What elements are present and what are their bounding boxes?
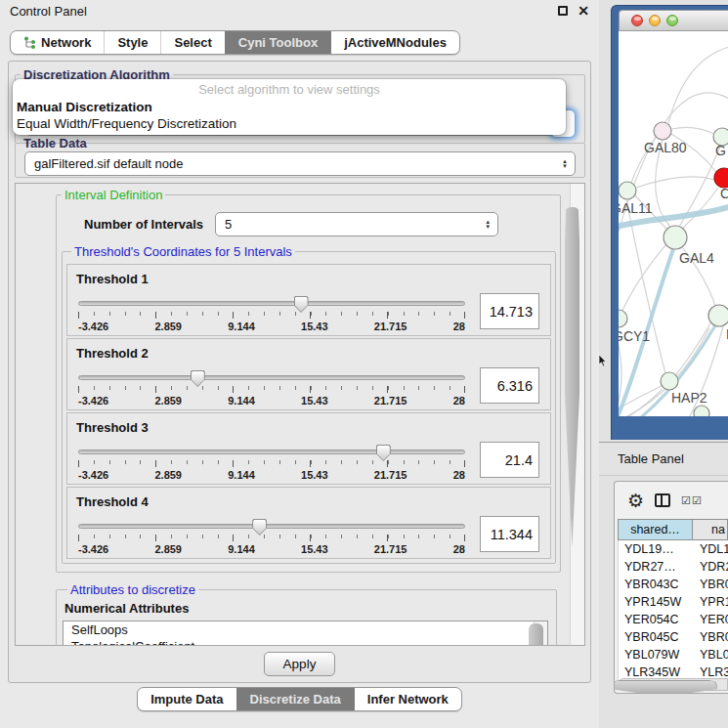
numerical-attributes-list[interactable]: SelfLoopsTopologicalCoefficientBetweenne… <box>63 621 548 646</box>
threshold-2-slider[interactable]: -3.4262.8599.14415.4321.71528 <box>78 372 465 407</box>
table-body: YDL19…YDL1YDR27…YDR2YBR043CYBR0YPR145WYP… <box>618 540 728 683</box>
stepper-icon[interactable]: ▲▼ <box>562 159 568 169</box>
scrollbar-thumb[interactable] <box>565 207 579 547</box>
tab-select[interactable]: Select <box>160 31 224 54</box>
zoom-traffic-light[interactable] <box>666 15 678 26</box>
close-traffic-light[interactable] <box>631 15 643 26</box>
attribute-list-item[interactable]: SelfLoops <box>64 621 547 638</box>
slider-thumb[interactable] <box>294 296 309 313</box>
threshold-4-value-field[interactable]: 11.344 <box>480 516 539 552</box>
slider-track[interactable] <box>78 450 465 454</box>
number-of-intervals-label: Number of Intervals <box>84 217 203 232</box>
network-node[interactable] <box>619 182 636 199</box>
network-window-titlebar[interactable] <box>619 10 728 31</box>
tick-label: 15.43 <box>301 469 328 481</box>
network-node[interactable] <box>708 305 728 326</box>
attributes-list-scrollbar[interactable] <box>534 621 547 646</box>
popup-item-manual-discretization[interactable]: Manual Discretization <box>13 100 566 116</box>
threshold-3-slider[interactable]: -3.4262.8599.14415.4321.71528 <box>78 447 465 481</box>
scrollbar-thumb[interactable] <box>529 623 543 646</box>
slider-track[interactable] <box>78 301 465 306</box>
tab-cyni-toolbox[interactable]: Cyni Toolbox <box>225 31 330 54</box>
tab-discretize-data-label: Discretize Data <box>250 692 341 707</box>
slider-track[interactable] <box>78 375 465 380</box>
tick-label: 2.859 <box>154 469 182 481</box>
network-node[interactable] <box>694 406 709 416</box>
tab-impute-data[interactable]: Impute Data <box>138 688 236 710</box>
tick-label: 9.144 <box>228 321 255 332</box>
slider-tick-labels: -3.4262.8599.14415.4321.71528 <box>78 469 465 481</box>
number-of-intervals-combo[interactable]: 5 ▲▼ <box>215 212 498 236</box>
attribute-list-item[interactable]: TopologicalCoefficient <box>64 638 547 646</box>
tick-label: 21.715 <box>374 469 407 481</box>
network-node[interactable] <box>661 372 678 390</box>
slider-thumb[interactable] <box>252 519 267 535</box>
threshold-1-value-field[interactable]: 14.713 <box>480 293 539 329</box>
attributes-to-discretize-group: Attributes to discretize Numerical Attri… <box>56 582 557 646</box>
tab-network[interactable]: Network <box>11 31 104 54</box>
slider-ticks <box>78 460 465 467</box>
tick-label: 28 <box>453 395 465 407</box>
threshold-3-value-field[interactable]: 21.4 <box>480 442 539 478</box>
top-tab-group: Network Style Select Cyni Toolbox jActiv… <box>10 30 460 55</box>
tab-jactivemnodules-label: jActiveMNodules <box>344 35 447 50</box>
apply-row: Apply <box>9 652 590 676</box>
threshold-4-block: Threshold 4 -3.4262.8599.14415.4321.7152… <box>66 487 551 559</box>
gear-icon[interactable]: ⚙ <box>627 492 644 510</box>
table-data-combo[interactable]: galFiltered.sif default node ▲▼ <box>24 151 576 176</box>
tick-label: 15.43 <box>301 395 328 407</box>
tab-infer-network[interactable]: Infer Network <box>354 688 461 710</box>
network-node-label: GAL4 <box>679 250 714 266</box>
tick-label: 2.859 <box>154 321 182 332</box>
minimize-traffic-light[interactable] <box>649 15 661 26</box>
threshold-2-block: Threshold 2 -3.4262.8599.14415.4321.7152… <box>66 338 551 410</box>
network-node[interactable] <box>664 226 687 249</box>
network-node[interactable] <box>654 122 671 140</box>
columns-icon[interactable] <box>655 493 670 507</box>
table-row[interactable]: YDR27…YDR2 <box>619 558 728 576</box>
threshold-1-slider[interactable]: -3.4262.8599.14415.4321.71528 <box>78 298 465 332</box>
apply-button[interactable]: Apply <box>264 652 336 676</box>
table-panel-header: Table Panel <box>599 442 728 476</box>
table-row[interactable]: YBR045CYBR0 <box>619 628 728 646</box>
tick-label: 28 <box>453 321 465 332</box>
table-row[interactable]: YDL19…YDL1 <box>619 540 728 558</box>
network-icon <box>23 36 36 50</box>
slider-thumb[interactable] <box>191 370 205 387</box>
network-node[interactable] <box>714 168 728 188</box>
close-icon[interactable]: ✕ <box>578 6 589 16</box>
table-row[interactable]: YBR043CYBR0 <box>619 576 728 593</box>
slider-thumb[interactable] <box>376 445 391 461</box>
table-row[interactable]: YBL079WYBL0 <box>619 646 728 664</box>
tab-discretize-data[interactable]: Discretize Data <box>236 688 354 710</box>
popup-item-equal-width-frequency[interactable]: Equal Width/Frequency Discretization <box>13 116 566 133</box>
column-header-name[interactable]: na <box>693 519 728 540</box>
threshold-4-slider[interactable]: -3.4262.8599.14415.4321.71528 <box>78 521 465 555</box>
column-header-shared-name[interactable]: shared… <box>618 519 693 540</box>
stepper-icon[interactable]: ▲▼ <box>485 220 491 230</box>
thresholds-group: Threshold's Coordinates for 5 Intervals … <box>62 244 556 564</box>
float-window-icon[interactable] <box>558 6 568 16</box>
network-node[interactable] <box>619 310 627 327</box>
threshold-2-value-field[interactable]: 6.316 <box>480 367 539 404</box>
scrollbar-thumb[interactable] <box>614 680 717 694</box>
table-horizontal-scrollbar[interactable] <box>618 678 728 691</box>
network-canvas[interactable]: GAL80GCGAL11GAL4GCY1HHAP2 <box>619 31 728 416</box>
tab-cyni-toolbox-label: Cyni Toolbox <box>238 35 318 50</box>
settings-scrollbar[interactable] <box>570 184 584 645</box>
slider-track[interactable] <box>78 524 465 529</box>
table-row[interactable]: YER054CYER0 <box>619 611 728 628</box>
tick-label: -3.426 <box>78 469 108 481</box>
threshold-2-label: Threshold 2 <box>76 346 541 361</box>
control-panel-title: Control Panel <box>10 4 87 19</box>
slider-ticks <box>78 535 465 541</box>
control-panel: Control Panel ✕ Network Style Select Cyn… <box>0 0 599 728</box>
tab-jactivemnodules[interactable]: jActiveMNodules <box>330 31 459 54</box>
interval-definition-group: Interval Definition Number of Intervals … <box>56 188 561 573</box>
tab-style[interactable]: Style <box>104 31 160 54</box>
tick-label: -3.426 <box>78 321 108 332</box>
tab-impute-data-label: Impute Data <box>150 692 223 707</box>
select-columns-checkboxes-icon[interactable]: ☑☑ <box>681 494 703 507</box>
top-tab-row: Network Style Select Cyni Toolbox jActiv… <box>0 30 470 55</box>
table-row[interactable]: YPR145WYPR1 <box>619 593 728 611</box>
